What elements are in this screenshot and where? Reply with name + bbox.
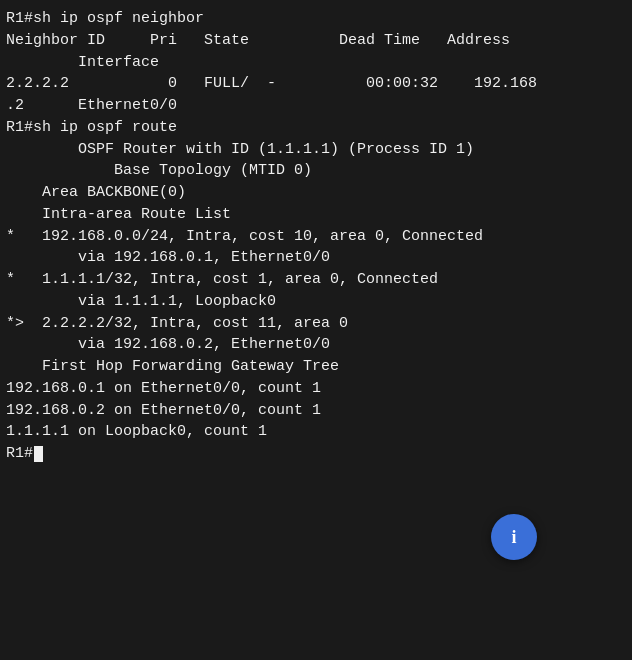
terminal-line-route2b: via 1.1.1.1, Loopback0 [6, 291, 626, 313]
terminal-line-ospf_id: OSPF Router with ID (1.1.1.1) (Process I… [6, 139, 626, 161]
terminal-line-fh3: 1.1.1.1 on Loopback0, count 1 [6, 421, 626, 443]
info-icon: i [511, 527, 516, 548]
terminal-line-neighbor1a: 2.2.2.2 0 FULL/ - 00:00:32 192.168 [6, 73, 626, 95]
terminal-line-route1a: * 192.168.0.0/24, Intra, cost 10, area 0… [6, 226, 626, 248]
terminal-cursor [34, 446, 43, 462]
terminal-line-route1b: via 192.168.0.1, Ethernet0/0 [6, 247, 626, 269]
terminal-line-route3b: via 192.168.0.2, Ethernet0/0 [6, 334, 626, 356]
terminal-line-route3a: *> 2.2.2.2/32, Intra, cost 11, area 0 [6, 313, 626, 335]
terminal-line-intra: Intra-area Route List [6, 204, 626, 226]
terminal-output: R1#sh ip ospf neighborNeighbor ID Pri St… [6, 8, 626, 465]
terminal-line-header1: Neighbor ID Pri State Dead Time Address [6, 30, 626, 52]
terminal-line-prompt: R1# [6, 443, 626, 465]
terminal-line-header2: Interface [6, 52, 626, 74]
terminal-line-fhfgt: First Hop Forwarding Gateway Tree [6, 356, 626, 378]
terminal-line-cmd2: R1#sh ip ospf route [6, 117, 626, 139]
info-fab-button[interactable]: i [491, 514, 537, 560]
terminal-line-neighbor1b: .2 Ethernet0/0 [6, 95, 626, 117]
terminal-line-fh2: 192.168.0.2 on Ethernet0/0, count 1 [6, 400, 626, 422]
terminal-line-fh1: 192.168.0.1 on Ethernet0/0, count 1 [6, 378, 626, 400]
terminal-window: R1#sh ip ospf neighborNeighbor ID Pri St… [0, 0, 632, 660]
terminal-line-route2a: * 1.1.1.1/32, Intra, cost 1, area 0, Con… [6, 269, 626, 291]
terminal-line-base_topo: Base Topology (MTID 0) [6, 160, 626, 182]
terminal-line-cmd1: R1#sh ip ospf neighbor [6, 8, 626, 30]
terminal-line-area: Area BACKBONE(0) [6, 182, 626, 204]
